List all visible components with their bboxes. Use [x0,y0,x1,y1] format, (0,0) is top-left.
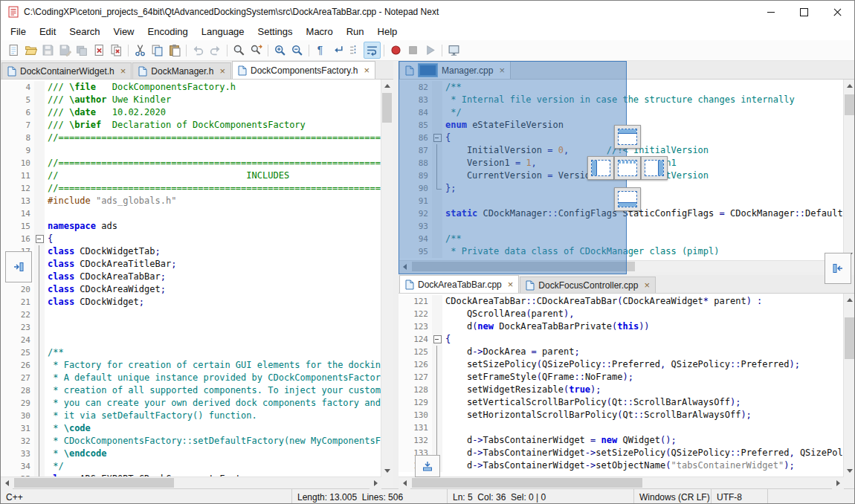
code-line: 121CDockAreaTabBar::CDockAreaTabBar(CDoc… [399,295,843,308]
tab-close-icon[interactable]: × [508,280,514,289]
menu-item-edit[interactable]: Edit [33,25,62,39]
line-number: 14 [1,207,34,220]
tab-dockcomponentsfactory-h[interactable]: DockComponentsFactory.h× [232,61,375,79]
show-eol-button[interactable] [329,42,346,59]
window-controls [754,1,854,23]
scrollbar-thumb[interactable] [382,93,392,123]
fold-margin [432,169,442,182]
menu-item-settings[interactable]: Settings [251,25,300,39]
bottom-right-editor[interactable]: 121CDockAreaTabBar::CDockAreaTabBar(CDoc… [399,294,843,476]
scroll-up-icon[interactable] [381,80,393,91]
cut-button[interactable] [132,42,149,59]
scroll-down-icon[interactable] [844,465,855,476]
menu-item-view[interactable]: View [107,25,141,39]
bottom-right-editor-pane: DockAreaTabBar.cpp×DockFocusController.c… [399,275,855,488]
redo-button[interactable] [207,42,224,59]
minimize-button[interactable] [754,1,787,23]
left-autohide-tab[interactable] [5,251,32,282]
scroll-up-icon[interactable] [844,294,855,306]
dock-drag-handle-icon[interactable] [418,63,438,77]
zoom-in-button[interactable] [271,42,288,59]
tab-close-icon[interactable]: × [120,66,126,76]
fold-toggle-icon[interactable] [432,132,442,144]
new-file-button[interactable] [5,42,22,59]
fold-margin [34,334,45,346]
word-wrap-button[interactable] [364,42,381,59]
left-horizontal-scrollbar[interactable] [1,476,381,488]
open-folder-button[interactable] [22,42,39,59]
close-button[interactable] [821,1,854,23]
code-line: 82/** [399,81,843,94]
top-right-horizontal-scrollbar[interactable] [399,260,844,272]
scroll-right-icon[interactable] [832,477,844,489]
bottom-right-vertical-scrollbar[interactable] [843,294,855,476]
menu-item-macro[interactable]: Macro [300,25,340,39]
fold-toggle-icon[interactable] [34,233,45,245]
indent-guide-button[interactable] [346,42,364,59]
play-macro-button[interactable] [422,42,439,59]
paste-button[interactable] [166,42,183,59]
replace-button[interactable] [248,42,265,59]
tab-close-icon[interactable]: × [644,280,650,290]
scrollbar-thumb[interactable] [412,478,642,488]
tab-dockcontainerwidget-h[interactable]: DockContainerWidget.h× [1,62,132,79]
menu-item-encoding[interactable]: Encoding [141,25,195,39]
record-macro-button[interactable] [387,42,404,59]
menu-item-run[interactable]: Run [340,25,371,39]
close-file-button[interactable] [91,42,108,59]
monitor-button[interactable] [445,42,462,59]
bottom-right-horizontal-scrollbar[interactable] [399,476,844,488]
close-all-button[interactable] [108,42,125,59]
find-button[interactable] [230,42,248,59]
scroll-up-icon[interactable] [844,80,855,91]
copy-button[interactable] [149,42,166,59]
menu-item-file[interactable]: File [4,25,33,39]
tab-manager-cpp[interactable]: Manager.cpp× [399,61,511,79]
app-logo-icon [7,6,19,18]
dock-indicator-center-icon[interactable] [614,156,641,180]
code-line: 127 setFrameStyle(QFrame::NoFrame); [399,371,843,384]
scroll-left-icon[interactable] [399,477,410,489]
save-as-button[interactable] [57,42,74,59]
right-autohide-tab[interactable] [825,253,851,284]
bottom-autohide-tab[interactable] [415,455,440,477]
fold-margin [34,321,45,334]
scrollbar-thumb[interactable] [845,317,854,359]
tab-close-icon[interactable]: × [499,65,505,75]
tab-close-icon[interactable]: × [219,66,225,76]
save-all-button[interactable] [74,42,91,59]
tab-dockfocuscontroller-cpp[interactable]: DockFocusController.cpp× [520,277,656,293]
scroll-left-icon[interactable] [399,261,410,273]
menu-item-language[interactable]: Language [195,25,251,39]
fold-toggle-icon[interactable] [432,333,442,346]
save-button[interactable] [39,42,57,59]
tab-close-icon[interactable]: × [364,65,370,75]
line-number: 86 [399,132,432,144]
dock-indicator-left-icon[interactable] [587,156,614,180]
menu-item-help[interactable]: Help [371,25,404,39]
fold-margin [34,473,45,476]
scrollbar-thumb[interactable] [845,94,854,115]
fold-margin [34,448,45,460]
left-vertical-scrollbar[interactable] [381,80,393,476]
scrollbar-thumb[interactable] [14,478,174,488]
tab-dockareatabbar-cpp[interactable]: DockAreaTabBar.cpp× [399,275,519,293]
dock-indicator-bottom-icon[interactable] [614,187,641,211]
scroll-down-icon[interactable] [381,465,393,476]
undo-button[interactable] [190,42,207,59]
scroll-right-icon[interactable] [370,477,381,489]
stop-macro-button[interactable] [404,42,422,59]
top-right-vertical-scrollbar[interactable] [843,80,855,260]
dock-indicator-top-icon[interactable] [614,125,641,149]
dock-indicator-right-icon[interactable] [641,156,668,180]
tab-dockmanager-h[interactable]: DockManager.h× [132,62,231,79]
vertical-splitter[interactable] [393,61,399,488]
zoom-out-button[interactable] [288,42,306,59]
code-line: 7/// \brief Declaration of DockComponent… [1,119,381,132]
menu-item-search[interactable]: Search [62,25,106,39]
maximize-button[interactable] [787,1,821,23]
left-editor[interactable]: 4/// \file DockComponentsFactory.h5/// \… [1,80,381,476]
scrollbar-thumb[interactable] [412,262,635,271]
scroll-left-icon[interactable] [1,477,13,489]
show-whitespace-button[interactable]: ¶ [312,42,329,59]
